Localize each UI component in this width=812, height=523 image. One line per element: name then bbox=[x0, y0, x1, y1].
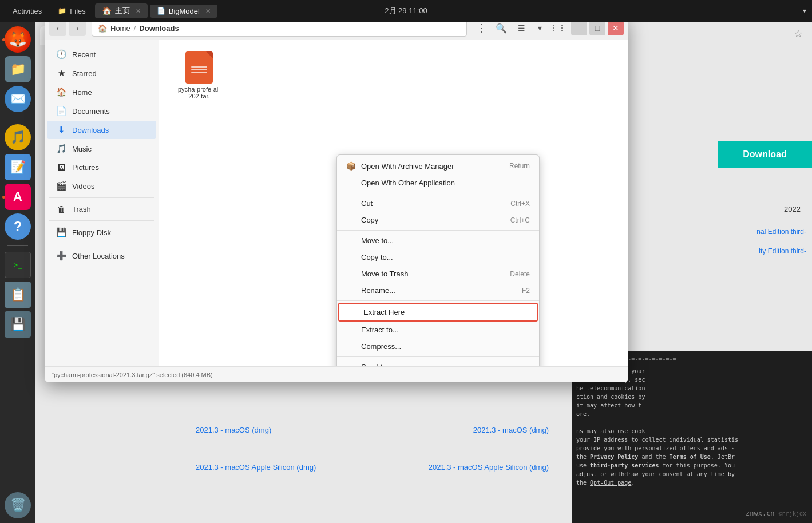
ctx-open-other-app[interactable]: Open With Other Application bbox=[337, 175, 539, 191]
window-controls: — □ ✕ bbox=[571, 21, 624, 35]
rhythmbox-icon[interactable]: 🎵 bbox=[5, 124, 31, 150]
year-label: 2022 bbox=[784, 205, 801, 213]
address-bar[interactable]: 🏠 Home / Downloads bbox=[92, 19, 467, 37]
app-store-icon[interactable]: A bbox=[5, 184, 31, 210]
files-button[interactable]: 📁 Files bbox=[51, 5, 92, 18]
archive-manager-icon: 📦 bbox=[346, 161, 355, 171]
view-dropdown-button[interactable]: ▾ bbox=[531, 20, 548, 36]
ctx-cut[interactable]: Cut Ctrl+X bbox=[337, 195, 539, 212]
edition-link-1[interactable]: nal Edition third- bbox=[756, 228, 806, 236]
bookmark-star-icon[interactable]: ☆ bbox=[789, 23, 807, 45]
trash-sidebar-icon: 🗑 bbox=[56, 204, 66, 214]
dock: 🦊 📁 ✉️ 🎵 📝 A ? >_ 📋 💾 bbox=[0, 22, 35, 523]
dock-separator bbox=[7, 118, 28, 118]
ctx-copy-to[interactable]: Copy to... bbox=[337, 249, 539, 266]
dock-separator-2 bbox=[7, 245, 28, 246]
ctx-extract-here[interactable]: Extract Here bbox=[338, 303, 538, 322]
ctx-copy[interactable]: Copy Ctrl+C bbox=[337, 212, 539, 228]
starred-icon: ★ bbox=[56, 68, 66, 78]
address-separator: / bbox=[134, 24, 136, 33]
floppy-icon[interactable]: 💾 bbox=[5, 311, 31, 338]
context-menu: 📦 Open With Archive Manager Return Open … bbox=[336, 154, 540, 366]
videos-icon: 🎬 bbox=[56, 181, 66, 191]
search-button[interactable]: 🔍 bbox=[492, 19, 510, 37]
view-buttons: ☰ ▾ ⋮⋮ bbox=[513, 20, 567, 36]
ctx-rename[interactable]: Rename... F2 bbox=[337, 282, 539, 299]
floppy-sidebar-icon: 💾 bbox=[56, 227, 66, 237]
sidebar-item-music[interactable]: 🎵 Music bbox=[47, 140, 156, 158]
pictures-icon: 🖼 bbox=[56, 163, 66, 172]
list-view-button[interactable]: ☰ bbox=[513, 20, 530, 36]
tab-bigmodel[interactable]: 📄 BigModel ✕ bbox=[150, 5, 217, 18]
tab-bigmodel-close[interactable]: ✕ bbox=[205, 7, 211, 15]
sidebar-item-floppy[interactable]: 💾 Floppy Disk bbox=[47, 223, 156, 241]
trash-icon[interactable]: 🗑️ bbox=[5, 492, 31, 518]
file-manager-sidebar: 🕐 Recent ★ Starred 🏠 Home 📄 Documents ⬇ … bbox=[45, 40, 159, 366]
grid-view-button[interactable]: ⋮⋮ bbox=[549, 20, 567, 36]
file-label: pycha-profe-al-202-tar. bbox=[176, 86, 222, 100]
sidebar-item-trash[interactable]: 🗑 Trash bbox=[47, 200, 156, 218]
macos-silicon-link-1[interactable]: 2021.3 - macOS Apple Silicon (dmg) bbox=[196, 463, 316, 472]
ctx-move-to-trash[interactable]: Move to Trash Delete bbox=[337, 266, 539, 282]
terminal-output: ies and records your f accessibility, se… bbox=[576, 367, 807, 487]
more-options-button[interactable]: ⋮ bbox=[473, 20, 490, 36]
sidebar-separator-3 bbox=[49, 244, 154, 244]
file-manager-body: 🕐 Recent ★ Starred 🏠 Home 📄 Documents ⬇ … bbox=[45, 40, 628, 366]
watermark: znwx.cn ©nrjkjdx bbox=[746, 509, 806, 517]
download-button[interactable]: Download bbox=[718, 141, 812, 168]
tab-zhuye[interactable]: 🏠 主页 ✕ bbox=[95, 3, 148, 18]
ctx-separator-1 bbox=[337, 193, 539, 193]
sidebar-item-downloads[interactable]: ⬇ Downloads bbox=[47, 121, 156, 139]
minimize-button[interactable]: — bbox=[571, 21, 587, 35]
file-manager-statusbar: "pycharm-professional-2021.3.tar.gz" sel… bbox=[45, 366, 628, 382]
system-bar-right: ▾ bbox=[803, 7, 806, 15]
ctx-move-to[interactable]: Move to... bbox=[337, 232, 539, 249]
close-button[interactable]: ✕ bbox=[608, 21, 624, 35]
sidebar-item-documents[interactable]: 📄 Documents bbox=[47, 102, 156, 120]
dock-active-dot bbox=[2, 38, 5, 41]
ctx-compress[interactable]: Compress... bbox=[337, 338, 539, 355]
sidebar-separator bbox=[49, 197, 154, 198]
file-manager-content: pycha-profe-al-202-tar. 📦 Open With Arch… bbox=[159, 40, 628, 366]
notes-icon[interactable]: 📋 bbox=[5, 282, 31, 308]
sidebar-item-home[interactable]: 🏠 Home bbox=[47, 83, 156, 101]
music-icon: 🎵 bbox=[56, 144, 66, 154]
macos-silicon-link-2[interactable]: 2021.3 - macOS Apple Silicon (dmg) bbox=[429, 463, 549, 472]
ctx-send-to[interactable]: Send to... bbox=[337, 359, 539, 366]
ctx-extract-to[interactable]: Extract to... bbox=[337, 322, 539, 338]
dock-active-dot-2 bbox=[2, 196, 5, 199]
maximize-button[interactable]: □ bbox=[589, 21, 605, 35]
email-icon[interactable]: ✉️ bbox=[5, 86, 31, 112]
activities-button[interactable]: Activities bbox=[6, 5, 49, 18]
search-icon: 🔍 bbox=[496, 23, 507, 33]
file-archive-icon bbox=[185, 51, 213, 84]
sidebar-item-recent[interactable]: 🕐 Recent bbox=[47, 45, 156, 64]
sidebar-item-starred[interactable]: ★ Starred bbox=[47, 64, 156, 82]
firefox-icon[interactable]: 🦊 bbox=[5, 26, 31, 53]
home-icon: 🏠 bbox=[98, 24, 107, 33]
ctx-open-archive-manager[interactable]: 📦 Open With Archive Manager Return bbox=[337, 157, 539, 175]
sidebar-item-pictures[interactable]: 🖼 Pictures bbox=[47, 159, 156, 176]
edition-link-2[interactable]: ity Edition third- bbox=[759, 247, 806, 255]
sidebar-item-videos[interactable]: 🎬 Videos bbox=[47, 177, 156, 195]
nav-forward-button[interactable]: › bbox=[69, 20, 86, 36]
sidebar-separator-2 bbox=[49, 220, 154, 221]
ctx-separator-2 bbox=[337, 230, 539, 231]
file-item-pycharm[interactable]: pycha-profe-al-202-tar. bbox=[176, 51, 222, 100]
system-bar-left: Activities 📁 Files 🏠 主页 ✕ 📄 BigModel ✕ bbox=[6, 3, 217, 18]
sidebar-item-other-locations[interactable]: ➕ Other Locations bbox=[47, 247, 156, 265]
documents-icon: 📄 bbox=[56, 106, 66, 116]
writer-icon[interactable]: 📝 bbox=[5, 154, 31, 180]
tab-zhuye-close[interactable]: ✕ bbox=[136, 7, 141, 15]
file-manager-icon[interactable]: 📁 bbox=[5, 56, 31, 82]
file-manager-window: ‹ › 🏠 Home / Downloads ⋮ 🔍 ☰ ▾ ⋮⋮ — □ ✕ bbox=[45, 16, 628, 382]
macos-dmg-link-2[interactable]: 2021.3 - macOS (dmg) bbox=[473, 426, 549, 434]
nav-back-button[interactable]: ‹ bbox=[49, 20, 66, 36]
home-sidebar-icon: 🏠 bbox=[56, 87, 66, 97]
help-icon[interactable]: ? bbox=[5, 213, 31, 240]
other-locations-icon: ➕ bbox=[56, 251, 66, 261]
ctx-separator-4 bbox=[337, 356, 539, 357]
macos-dmg-link-1[interactable]: 2021.3 - macOS (dmg) bbox=[196, 426, 271, 434]
downloads-icon: ⬇ bbox=[56, 125, 66, 135]
terminal-icon[interactable]: >_ bbox=[5, 252, 31, 278]
